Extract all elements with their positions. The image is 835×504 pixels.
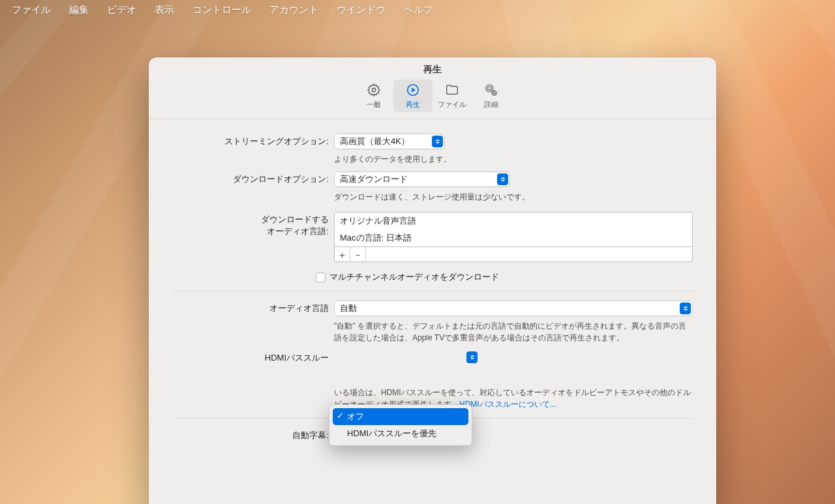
- menu-video[interactable]: ビデオ: [98, 4, 145, 16]
- audiolang-help: "自動" を選択すると、デフォルトまたは元の言語で自動的にビデオが再生されます。…: [334, 320, 693, 344]
- download-value: 高速ダウンロード: [340, 173, 408, 185]
- tab-advanced-label: 詳細: [484, 100, 498, 110]
- chevron-updown-icon: [497, 173, 508, 185]
- svg-point-0: [372, 88, 376, 92]
- tab-general-label: 一般: [367, 100, 381, 110]
- tab-playback[interactable]: 再生: [393, 80, 433, 112]
- menu-window[interactable]: ウインドウ: [327, 4, 395, 16]
- preferences-content: ストリーミングオプション: 高画質（最大4K） より多くのデータを使用します。 …: [149, 119, 716, 441]
- svg-point-4: [493, 92, 496, 95]
- menu-help[interactable]: ヘルプ: [395, 4, 442, 16]
- chevron-updown-icon: [432, 136, 443, 147]
- download-help: ダウンロードは速く、ストレージ使用量は少ないです。: [334, 191, 693, 203]
- download-label: ダウンロードオプション:: [172, 171, 334, 185]
- menu-view[interactable]: 表示: [145, 4, 183, 16]
- window-title: 再生: [149, 57, 716, 80]
- tab-files[interactable]: ファイル: [433, 80, 472, 112]
- multichannel-label: マルチチャンネルオーディオをダウンロード: [329, 271, 499, 283]
- gear-icon: [366, 82, 382, 98]
- audiolang-select[interactable]: 自動: [334, 301, 693, 316]
- hdmi-select[interactable]: [334, 350, 478, 366]
- chevron-updown-icon: [680, 303, 691, 314]
- svg-point-3: [486, 85, 493, 92]
- svg-point-5: [492, 91, 496, 95]
- audiolang-label: オーディオ言語: [172, 301, 334, 314]
- tab-general[interactable]: 一般: [354, 80, 393, 112]
- tab-playback-label: 再生: [406, 100, 420, 110]
- chevron-updown-icon: [466, 351, 478, 363]
- multichannel-checkbox[interactable]: マルチチャンネルオーディオをダウンロード: [316, 271, 693, 283]
- streaming-label: ストリーミングオプション:: [172, 134, 334, 147]
- hdmi-label: HDMIパススルー: [172, 350, 334, 364]
- tab-files-label: ファイル: [438, 100, 466, 110]
- tab-advanced[interactable]: 詳細: [472, 80, 511, 112]
- svg-point-2: [488, 87, 492, 91]
- add-button[interactable]: ＋: [335, 247, 350, 261]
- streaming-help: より多くのデータを使用します。: [334, 153, 693, 165]
- streaming-value: 高画質（最大4K）: [340, 136, 410, 147]
- dlaudio-list-controls: ＋ －: [334, 247, 693, 262]
- menu-account[interactable]: アカウント: [260, 4, 327, 16]
- hdmi-learn-more-link[interactable]: HDMIパススルーについて...: [459, 400, 556, 409]
- subtitles-label: 自動字幕:: [172, 428, 334, 441]
- remove-button[interactable]: －: [350, 247, 366, 261]
- menu-file[interactable]: ファイル: [3, 4, 60, 16]
- menu-edit[interactable]: 編集: [60, 4, 98, 16]
- menubar: ファイル 編集 ビデオ 表示 コントロール アカウント ウインドウ ヘルプ: [0, 0, 835, 20]
- play-circle-icon: [405, 82, 421, 98]
- gears-icon: [483, 82, 499, 98]
- download-select[interactable]: 高速ダウンロード: [334, 171, 510, 187]
- dlaudio-listbox[interactable]: オリジナル音声言語 Macの言語: 日本語: [334, 212, 693, 247]
- hdmi-option-prefer[interactable]: HDMIパススルーを優先: [333, 425, 468, 442]
- streaming-select[interactable]: 高画質（最大4K）: [334, 134, 445, 149]
- menu-control[interactable]: コントロール: [183, 4, 260, 16]
- audiolang-value: 自動: [340, 303, 357, 314]
- list-item[interactable]: オリジナル音声言語: [335, 213, 692, 230]
- preferences-toolbar: 一般 再生 ファイル 詳細: [149, 80, 716, 119]
- folder-icon: [444, 82, 460, 98]
- dlaudio-label: ダウンロードするオーディオ言語:: [172, 212, 334, 237]
- list-item[interactable]: Macの言語: 日本語: [335, 230, 692, 246]
- hdmi-option-off[interactable]: オフ: [333, 408, 468, 425]
- checkbox-icon: [316, 273, 326, 282]
- hdmi-popup-menu: オフ HDMIパススルーを優先: [329, 404, 472, 446]
